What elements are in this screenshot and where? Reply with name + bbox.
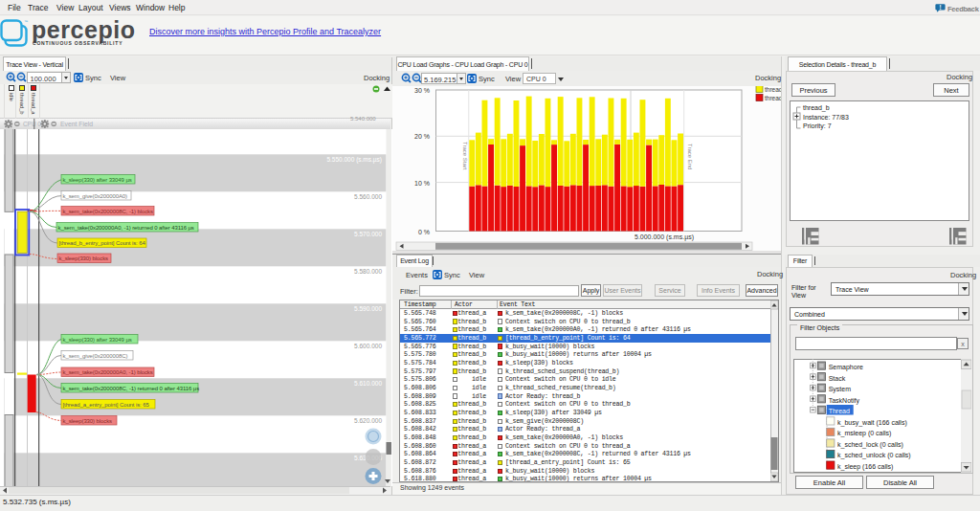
svg-text:k_sem_give(0x2000008C): k_sem_give(0x2000008C) (63, 353, 128, 359)
svg-text:Stack: Stack (828, 374, 845, 381)
svg-text:thread_a: thread_a (765, 95, 781, 102)
svg-text:k_sleep(330) after 33049 µs: k_sleep(330) after 33049 µs (63, 337, 132, 343)
svg-text:k_busy_wait (166 calls): k_busy_wait (166 calls) (837, 418, 907, 426)
svg-text:Instance: 77/83: Instance: 77/83 (803, 114, 849, 121)
svg-text:k_sem_take(0x200000A0, -1) ret: k_sem_take(0x200000A0, -1) returned 0 af… (58, 225, 194, 231)
svg-text:k_sleep(330) blocks: k_sleep(330) blocks (63, 418, 113, 424)
svg-text:Event Field: Event Field (60, 121, 93, 127)
svg-text:Priority: 7: Priority: 7 (803, 122, 832, 130)
svg-text:thread_b: thread_b (803, 104, 830, 112)
svg-text:k_sem_give(0x200000A0): k_sem_give(0x200000A0) (63, 193, 128, 199)
svg-text:5.570.000: 5.570.000 (354, 231, 382, 237)
svg-text:Thread: Thread (828, 408, 849, 414)
svg-text:k_msleep (0 calls): k_msleep (0 calls) (837, 430, 891, 437)
svg-text:k_sleep(330) blocks: k_sleep(330) blocks (59, 256, 109, 261)
svg-text:[thread_b_entry_point] Count i: [thread_b_entry_point] Count is: 64 (59, 240, 146, 246)
svg-text:Trace Start: Trace Start (462, 142, 468, 170)
svg-text:0 %: 0 % (418, 229, 430, 235)
svg-text:[thread_a_entry_point] Count i: [thread_a_entry_point] Count is: 65 (63, 402, 150, 408)
svg-text:5.000.000 (s.ms.µs): 5.000.000 (s.ms.µs) (635, 233, 694, 241)
svg-text:5.590.000: 5.590.000 (354, 305, 382, 312)
svg-text:k_sleep (166 calls): k_sleep (166 calls) (837, 462, 893, 470)
svg-text:thread_b: thread_b (765, 86, 781, 94)
svg-text:k_sched_lock (0 calls): k_sched_lock (0 calls) (837, 440, 903, 448)
svg-text:Semaphore: Semaphore (828, 363, 862, 370)
svg-text:™: ™ (24, 19, 28, 24)
svg-text:5.550.000 (s.ms.µs): 5.550.000 (s.ms.µs) (326, 156, 382, 164)
svg-text:k_sleep(330) after 33049 µs: k_sleep(330) after 33049 µs (63, 177, 132, 183)
svg-text:10 %: 10 % (414, 180, 430, 187)
svg-text:TaskNotify: TaskNotify (828, 396, 859, 404)
svg-text:k_sched_unlock (0 calls): k_sched_unlock (0 calls) (837, 452, 911, 459)
svg-text:5.620.000: 5.620.000 (354, 417, 382, 424)
svg-text:5.600.000: 5.600.000 (354, 343, 382, 349)
svg-text:k_sem_take(0x200000A0, -1) blo: k_sem_take(0x200000A0, -1) blocks (63, 369, 153, 375)
svg-text:System: System (828, 386, 851, 393)
svg-text:20 %: 20 % (414, 133, 430, 140)
svg-text:!: ! (939, 4, 941, 11)
svg-text:5.580.000: 5.580.000 (354, 268, 382, 275)
svg-text:k_sem_take(0x2000008C, -1) ret: k_sem_take(0x2000008C, -1) returned 0 af… (63, 386, 200, 391)
svg-text:k_sem_take(0x2000008C, -1) blo: k_sem_take(0x2000008C, -1) blocks (63, 209, 154, 214)
svg-text:5.610.000: 5.610.000 (354, 380, 382, 387)
svg-text:CPU 0: CPU 0 (23, 121, 41, 127)
svg-text:Trace End: Trace End (687, 144, 693, 169)
svg-text:5.560.000: 5.560.000 (354, 193, 382, 200)
svg-text:30 %: 30 % (414, 87, 430, 94)
